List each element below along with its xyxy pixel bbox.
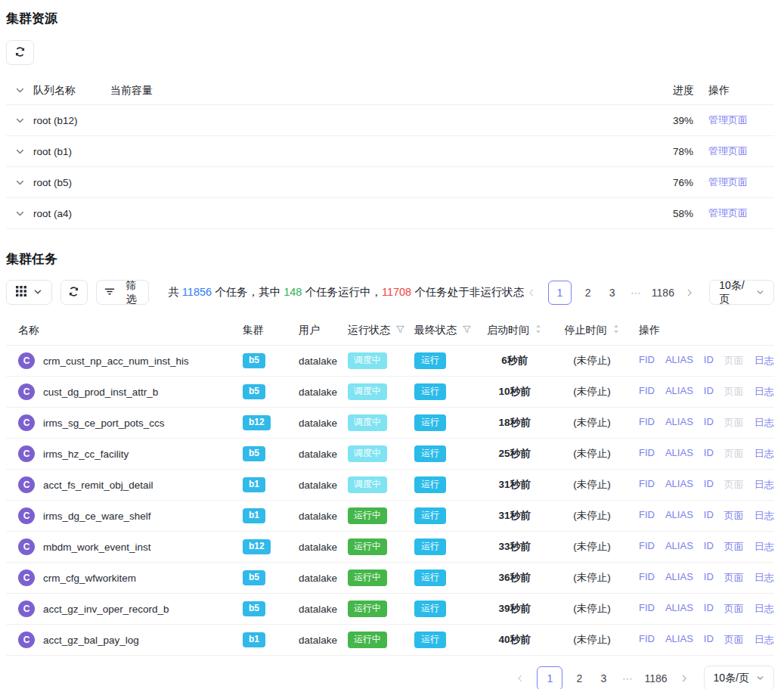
bottom-pagination-bar: 123⋯ 1186 10条/页 — [6, 666, 774, 689]
op-link-fid[interactable]: FID — [639, 602, 655, 616]
layout-dropdown-button[interactable] — [6, 280, 52, 305]
op-link-id[interactable]: ID — [704, 571, 714, 585]
pagination-next-icon[interactable] — [682, 281, 697, 305]
op-link-id[interactable]: ID — [704, 540, 714, 554]
pagination-prev-icon[interactable] — [513, 666, 528, 689]
pagination-page-current[interactable]: 1 — [548, 281, 571, 305]
op-link-page: 页面 — [724, 447, 744, 461]
op-link-page[interactable]: 页面 — [724, 571, 744, 585]
pagination-page[interactable]: 2 — [581, 281, 596, 305]
cluster-badge: b5 — [243, 446, 265, 461]
summary-text: 个任务处于非运行状态 — [411, 286, 524, 298]
expand-row-icon[interactable] — [6, 178, 33, 188]
user-cell: datalake — [293, 511, 342, 522]
resources-refresh-button[interactable] — [6, 40, 34, 65]
op-link-log[interactable]: 日志 — [755, 509, 774, 523]
op-link-log[interactable]: 日志 — [755, 478, 774, 492]
op-link-alias[interactable]: ALIAS — [665, 540, 693, 554]
collapse-all-icon[interactable] — [6, 85, 33, 95]
op-link-fid[interactable]: FID — [639, 509, 655, 523]
pagination-page[interactable]: 3 — [596, 666, 611, 689]
op-link-alias[interactable]: ALIAS — [665, 354, 693, 368]
pagination-page[interactable]: 3 — [605, 281, 620, 305]
final-state-badge: 运行 — [414, 507, 446, 523]
table-row: C cust_dg_prod_inst_attr_b b5 datalake 调… — [6, 377, 774, 408]
pagination-ellipsis[interactable]: ⋯ — [620, 666, 635, 689]
pagination-page[interactable]: 2 — [572, 666, 587, 689]
op-link-alias[interactable]: ALIAS — [665, 633, 693, 647]
op-link-log[interactable]: 日志 — [755, 571, 774, 585]
row-actions: FIDALIASID页面日志 — [630, 416, 774, 430]
op-link-alias[interactable]: ALIAS — [665, 416, 693, 430]
run-state-badge: 运行中 — [348, 632, 387, 647]
cluster-badge: b5 — [243, 353, 265, 368]
op-link-fid[interactable]: FID — [639, 447, 655, 461]
col-progress: 进度 — [667, 84, 702, 98]
op-link-fid[interactable]: FID — [639, 416, 655, 430]
expand-row-icon[interactable] — [6, 209, 33, 219]
task-name: cust_dg_prod_inst_attr_b — [43, 386, 158, 398]
op-link-log[interactable]: 日志 — [755, 540, 774, 554]
page-size-value: 10条/页 — [719, 279, 749, 306]
page-size-select[interactable]: 10条/页 — [704, 666, 774, 689]
pagination-prev-icon[interactable] — [524, 281, 539, 305]
pagination-page-last[interactable]: 1186 — [644, 666, 667, 689]
op-link-log[interactable]: 日志 — [755, 447, 774, 461]
op-link-id[interactable]: ID — [704, 354, 714, 368]
manage-page-link[interactable]: 管理页面 — [708, 145, 748, 157]
op-link-alias[interactable]: ALIAS — [665, 571, 693, 585]
sorter-icon[interactable] — [535, 324, 542, 337]
op-link-fid[interactable]: FID — [639, 540, 655, 554]
manage-page-link[interactable]: 管理页面 — [708, 176, 748, 188]
pagination-page-current[interactable]: 1 — [537, 666, 562, 689]
tasks-title: 集群任务 — [6, 250, 774, 268]
expand-row-icon[interactable] — [6, 147, 33, 157]
pagination-page-last[interactable]: 1186 — [653, 281, 674, 305]
op-link-id[interactable]: ID — [704, 509, 714, 523]
table-row: C mbdm_work_event_inst b12 datalake 运行中 … — [6, 532, 774, 563]
op-link-id[interactable]: ID — [704, 447, 714, 461]
op-link-id[interactable]: ID — [704, 385, 714, 399]
op-link-page[interactable]: 页面 — [724, 509, 744, 523]
pagination-ellipsis[interactable]: ⋯ — [629, 281, 644, 305]
op-link-page[interactable]: 页面 — [724, 540, 744, 554]
resource-row: root (b12) 39% 管理页面 — [6, 105, 774, 136]
stop-time: (未停止) — [554, 385, 630, 399]
tasks-refresh-button[interactable] — [60, 280, 88, 305]
summary-text: 个任务运行中， — [302, 286, 382, 298]
funnel-filter-icon[interactable] — [395, 324, 405, 337]
op-link-alias[interactable]: ALIAS — [665, 509, 693, 523]
op-link-id[interactable]: ID — [704, 416, 714, 430]
op-link-log[interactable]: 日志 — [755, 602, 774, 616]
op-link-fid[interactable]: FID — [639, 354, 655, 368]
op-link-fid[interactable]: FID — [639, 633, 655, 647]
resource-row: root (b5) 76% 管理页面 — [6, 167, 774, 198]
filter-button[interactable]: 筛选 — [96, 280, 150, 305]
op-link-alias[interactable]: ALIAS — [665, 447, 693, 461]
table-row: C acct_gz_inv_oper_record_b b5 datalake … — [6, 594, 774, 625]
op-link-id[interactable]: ID — [704, 633, 714, 647]
sorter-icon[interactable] — [612, 324, 620, 337]
manage-page-link[interactable]: 管理页面 — [708, 114, 748, 126]
op-link-log[interactable]: 日志 — [755, 416, 774, 430]
cluster-badge: b1 — [243, 508, 265, 523]
op-link-page: 页面 — [724, 478, 744, 492]
op-link-page[interactable]: 页面 — [724, 602, 744, 616]
op-link-log[interactable]: 日志 — [755, 385, 774, 399]
pagination-next-icon[interactable] — [677, 666, 692, 689]
op-link-fid[interactable]: FID — [639, 385, 655, 399]
op-link-log[interactable]: 日志 — [755, 354, 774, 368]
op-link-page[interactable]: 页面 — [724, 633, 744, 647]
op-link-log[interactable]: 日志 — [755, 633, 774, 647]
op-link-id[interactable]: ID — [704, 478, 714, 492]
op-link-alias[interactable]: ALIAS — [665, 602, 693, 616]
page-size-select[interactable]: 10条/页 — [709, 280, 774, 305]
op-link-fid[interactable]: FID — [639, 571, 655, 585]
op-link-id[interactable]: ID — [704, 602, 714, 616]
op-link-alias[interactable]: ALIAS — [665, 478, 693, 492]
op-link-fid[interactable]: FID — [639, 478, 655, 492]
op-link-alias[interactable]: ALIAS — [665, 385, 693, 399]
manage-page-link[interactable]: 管理页面 — [708, 207, 748, 219]
funnel-filter-icon[interactable] — [462, 324, 472, 337]
expand-row-icon[interactable] — [6, 116, 33, 126]
